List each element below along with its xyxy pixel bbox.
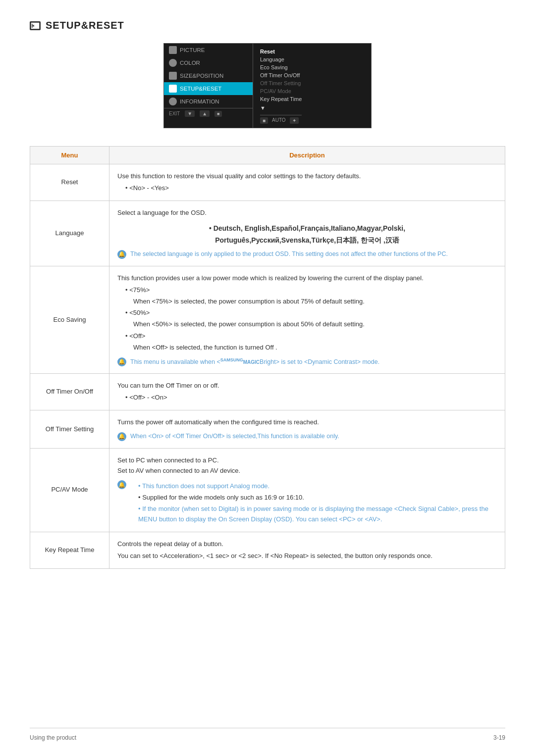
- osd-menu-setup: SETUP&RESET: [164, 82, 253, 95]
- note-icon-lang: 🔔: [117, 250, 126, 259]
- desc-lang-list: • Deutsch, English,Español,Français,Ital…: [117, 223, 497, 247]
- osd-right-eco: Eco Saving: [260, 63, 302, 71]
- footer-right-text: 3-19: [493, 734, 505, 741]
- osd-right-arrow: ▼: [260, 104, 302, 112]
- note-icon-offtimerset: 🔔: [117, 432, 126, 441]
- osd-right-keyrepeat: Key Repeat Time: [260, 95, 302, 103]
- desc-eco-50-text: When <50%> is selected, the power consum…: [133, 319, 497, 330]
- table-row-keyrepeat: Key Repeat Time Controls the repeat dela…: [30, 532, 505, 569]
- note-icon-pcav: 🔔: [117, 480, 126, 489]
- desc-keyrepeat-line2: You can set to <Acceleration>, <1 sec> o…: [117, 551, 497, 561]
- menu-label-language: Language: [30, 201, 109, 266]
- col-header-desc: Description: [109, 147, 505, 164]
- desc-eco-note: 🔔 This menu is unavailable when <SAMSUNG…: [117, 357, 497, 367]
- page-title: SETUP&RESET: [46, 20, 124, 31]
- page-header: SETUP&RESET: [30, 20, 505, 31]
- osd-right-reset: Reset: [260, 48, 302, 55]
- desc-eco-off: <Off>: [125, 331, 497, 342]
- menu-label-offtimer: Off Timer On/Off: [30, 374, 109, 410]
- osd-right-offtimerset: Off Timer Setting: [260, 79, 302, 87]
- desc-offtimerset-note: 🔔 When <On> of <Off Timer On/Off> is sel…: [117, 432, 497, 441]
- osd-menu-size: SIZE&POSITION: [164, 69, 253, 82]
- footer-left-text: Using the product: [30, 734, 76, 741]
- content-table: Menu Description Reset Use this function…: [30, 146, 505, 569]
- desc-keyrepeat-line1: Controls the repeat delay of a button.: [117, 539, 497, 550]
- osd-right-language: Language: [260, 55, 302, 63]
- osd-menu-picture: PICTURE: [164, 44, 253, 56]
- desc-offtimerset-line1: Turns the power off automatically when t…: [117, 417, 497, 428]
- menu-label-keyrepeat: Key Repeat Time: [30, 532, 109, 569]
- menu-label-pcav: PC/AV Mode: [30, 448, 109, 532]
- desc-eco-75-text: When <75%> is selected, the power consum…: [133, 297, 497, 307]
- setup-reset-icon: [30, 21, 41, 30]
- note-icon-eco: 🔔: [117, 357, 126, 366]
- desc-offtimer: You can turn the Off Timer on or off. <O…: [109, 374, 505, 410]
- col-header-menu: Menu: [30, 147, 109, 164]
- desc-pcav: Set to PC when connected to a PC. Set to…: [109, 448, 505, 532]
- desc-eco-intro: This function provides user a low power …: [117, 273, 497, 284]
- osd-bottom-bar: EXIT ▼ ▲ ■: [164, 108, 253, 119]
- desc-reset-bullet: <No> - <Yes>: [125, 183, 497, 194]
- table-row-reset: Reset Use this function to restore the v…: [30, 164, 505, 201]
- table-row-eco: Eco Saving This function provides user a…: [30, 266, 505, 373]
- desc-language: Select a language for the OSD. • Deutsch…: [109, 201, 505, 266]
- desc-eco-50: <50%>: [125, 308, 497, 318]
- desc-keyrepeat: Controls the repeat delay of a button. Y…: [109, 532, 505, 569]
- desc-pcav-subnotes: This function does not support Analog mo…: [130, 480, 497, 524]
- desc-offtimer-line1: You can turn the Off Timer on or off.: [117, 381, 497, 391]
- table-row-offtimerset: Off Timer Setting Turns the power off au…: [30, 410, 505, 449]
- desc-lang-note: 🔔 The selected language is only applied …: [117, 250, 497, 259]
- desc-pcav-line2: Set to AV when connected to an AV device…: [117, 466, 497, 476]
- page-footer: Using the product 3-19: [30, 728, 505, 741]
- osd-menu-panel: PICTURE COLOR SIZE&POSITION SETUP&RESET …: [164, 44, 253, 128]
- menu-label-reset: Reset: [30, 164, 109, 201]
- note-text-lang: The selected language is only applied to…: [130, 250, 448, 259]
- desc-pcav-note2: Supplied for the wide models only such a…: [138, 493, 497, 503]
- osd-menu-color: COLOR: [164, 56, 253, 69]
- table-row-pcav: PC/AV Mode Set to PC when connected to a…: [30, 448, 505, 532]
- note-text-eco: This menu is unavailable when <SAMSUNGMA…: [130, 357, 379, 367]
- osd-box: PICTURE COLOR SIZE&POSITION SETUP&RESET …: [163, 43, 372, 128]
- osd-right-panel: Reset Language Eco Saving Off Timer On/O…: [253, 44, 309, 128]
- desc-eco: This function provides user a low power …: [109, 266, 505, 373]
- menu-label-offtimerset: Off Timer Setting: [30, 410, 109, 449]
- osd-screenshot: PICTURE COLOR SIZE&POSITION SETUP&RESET …: [30, 43, 505, 128]
- menu-label-eco: Eco Saving: [30, 266, 109, 373]
- desc-reset: Use this function to restore the visual …: [109, 164, 505, 201]
- osd-right-pcav: PC/AV Mode: [260, 87, 302, 95]
- osd-right-offtimer: Off Timer On/Off: [260, 71, 302, 79]
- table-row-language: Language Select a language for the OSD. …: [30, 201, 505, 266]
- desc-eco-75: <75%>: [125, 285, 497, 296]
- desc-pcav-note3: If the monitor (when set to Digital) is …: [138, 504, 497, 525]
- desc-reset-line1: Use this function to restore the visual …: [117, 171, 497, 182]
- osd-menu-info: INFORMATION: [164, 95, 253, 108]
- desc-eco-off-text: When <Off> is selected, the function is …: [133, 343, 497, 353]
- desc-pcav-line1: Set to PC when connected to a PC.: [117, 455, 497, 466]
- desc-pcav-notes-block: 🔔 This function does not support Analog …: [117, 480, 497, 524]
- note-text-offtimerset: When <On> of <Off Timer On/Off> is selec…: [130, 432, 339, 441]
- desc-offtimerset: Turns the power off automatically when t…: [109, 410, 505, 449]
- desc-offtimer-bullet: <Off> - <On>: [125, 393, 497, 403]
- desc-lang-intro: Select a language for the OSD.: [117, 208, 497, 218]
- table-row-offtimer: Off Timer On/Off You can turn the Off Ti…: [30, 374, 505, 410]
- desc-pcav-note1: This function does not support Analog mo…: [138, 481, 497, 492]
